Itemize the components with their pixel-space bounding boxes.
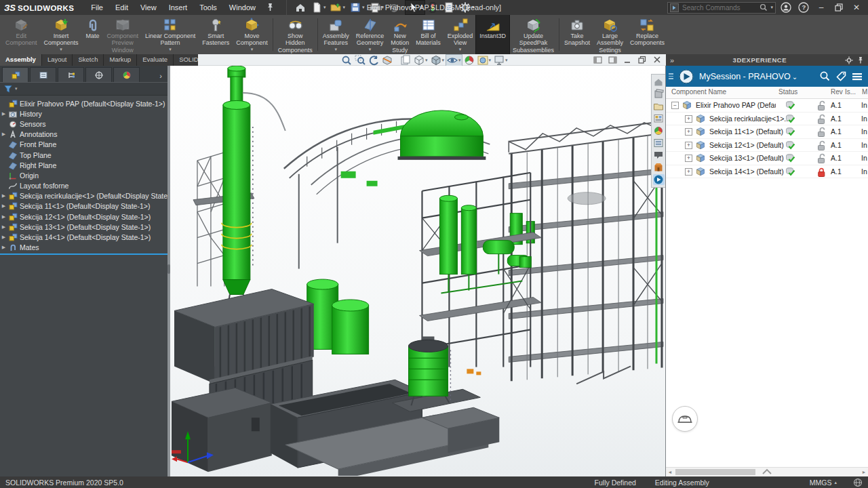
linear-component-pattern-caret-icon[interactable]: ▾ bbox=[169, 47, 172, 52]
expand-plus-icon[interactable]: + bbox=[685, 168, 692, 176]
model-silo-tanks[interactable] bbox=[307, 279, 369, 354]
login-icon[interactable] bbox=[778, 1, 793, 14]
expand-arrow-icon[interactable]: ▶ bbox=[0, 131, 7, 137]
expand-arrow-icon[interactable]: ▶ bbox=[0, 193, 7, 199]
bill-of-materials-button[interactable]: Bill ofMaterials bbox=[412, 15, 444, 54]
model-scrubber-tower[interactable] bbox=[193, 66, 285, 314]
doc-minimize-icon[interactable] bbox=[623, 56, 632, 64]
menu-window[interactable]: Window bbox=[223, 1, 262, 14]
open-caret-icon[interactable]: ▾ bbox=[342, 5, 345, 10]
doc-restore-icon[interactable] bbox=[638, 56, 647, 64]
tab-sketch[interactable]: Sketch bbox=[73, 54, 104, 66]
tab-assembly[interactable]: Assembly bbox=[0, 54, 42, 66]
expand-plus-icon[interactable]: + bbox=[685, 155, 692, 162]
view-orientation-caret-icon[interactable]: ▾ bbox=[425, 58, 428, 63]
component-row[interactable]: +Sekcija 14<1> (Default)A.1In bbox=[666, 165, 868, 179]
displaymanager-tab[interactable] bbox=[113, 67, 140, 82]
session-label[interactable]: MySession - PRAHOVO⌄ bbox=[699, 72, 797, 81]
new-document-caret-icon[interactable]: ▾ bbox=[323, 5, 326, 10]
search-scope-icon[interactable] bbox=[670, 3, 679, 12]
tree-item[interactable]: Top Plane bbox=[0, 150, 167, 160]
section-view-icon[interactable] bbox=[381, 55, 393, 66]
display-style-icon[interactable]: ▾ bbox=[430, 55, 446, 66]
expand-arrow-icon[interactable]: ▶ bbox=[0, 111, 7, 117]
previous-view-icon[interactable] bbox=[368, 55, 380, 66]
model-pedestal-box[interactable] bbox=[172, 388, 272, 472]
expand-arrow-icon[interactable]: ▶ bbox=[0, 224, 7, 230]
hide-show-items-caret-icon[interactable]: ▾ bbox=[458, 58, 461, 63]
open-button[interactable]: ▾ bbox=[328, 1, 347, 14]
tree-root-item[interactable]: Elixir Prahovo PAP (Default<Display Stat… bbox=[0, 98, 167, 108]
search-commands-box[interactable]: ▾ bbox=[667, 2, 776, 14]
panel-collapse-icon[interactable]: » bbox=[670, 56, 675, 64]
assembly-model-view[interactable] bbox=[170, 66, 665, 476]
panel-pin-icon[interactable] bbox=[857, 56, 864, 64]
pin-menu-icon[interactable] bbox=[262, 3, 278, 12]
tree-item[interactable]: ▶Sekcija 12<1> (Default<Display State-1>… bbox=[0, 211, 167, 222]
menu-file[interactable]: File bbox=[85, 1, 109, 14]
tree-item[interactable]: Right Plane bbox=[0, 160, 167, 170]
featuremanager-tab[interactable] bbox=[2, 67, 28, 82]
pane-left-icon[interactable] bbox=[593, 56, 602, 64]
expand-plus-icon[interactable]: + bbox=[685, 128, 692, 136]
hide-show-items-icon[interactable]: ▾ bbox=[446, 55, 462, 66]
propertymanager-tab[interactable] bbox=[30, 67, 56, 82]
units-label[interactable]: MMGS bbox=[810, 479, 832, 487]
component-row[interactable]: +Sekcija 13<1> (Default)A.1In bbox=[666, 152, 868, 165]
scroll-left-icon[interactable]: ◄ bbox=[666, 470, 674, 474]
doc-close-icon[interactable] bbox=[653, 56, 662, 64]
tab-markup[interactable]: Markup bbox=[104, 54, 137, 66]
tree-item[interactable]: ▶Annotations bbox=[0, 129, 167, 140]
expand-plus-icon[interactable]: + bbox=[685, 115, 692, 123]
replace-components-button[interactable]: ReplaceComponents bbox=[627, 15, 668, 54]
appearances-scenes-icon[interactable] bbox=[653, 125, 665, 136]
expand-up-icon[interactable] bbox=[762, 468, 772, 475]
panel-search-icon[interactable] bbox=[819, 70, 831, 82]
tree-item[interactable]: ▶Mates bbox=[0, 243, 167, 253]
rollback-bar[interactable] bbox=[0, 253, 167, 255]
assembly-features-button[interactable]: AssemblyFeatures▾ bbox=[319, 15, 353, 54]
solidworks-forum-icon[interactable] bbox=[653, 150, 665, 161]
panel-grip[interactable] bbox=[669, 73, 673, 79]
tree-item[interactable]: ▶History bbox=[0, 108, 167, 119]
restore-icon[interactable] bbox=[831, 1, 846, 14]
lock-open-icon[interactable] bbox=[816, 140, 827, 150]
component-row[interactable]: +Sekcija recirkulacije<1>...A.1In bbox=[666, 113, 868, 126]
move-component-caret-icon[interactable]: ▾ bbox=[251, 47, 254, 52]
large-assembly-settings-button[interactable]: LargeAssemblySettings bbox=[593, 15, 627, 54]
view-settings-caret-icon[interactable]: ▾ bbox=[505, 58, 508, 63]
apply-scene-caret-icon[interactable]: ▾ bbox=[489, 58, 492, 63]
model-small-green-tank[interactable] bbox=[393, 336, 481, 411]
home-button[interactable] bbox=[292, 1, 309, 14]
scroll-thumb[interactable] bbox=[675, 469, 755, 475]
model-dome-tank[interactable] bbox=[398, 110, 486, 160]
graphics-viewport[interactable] bbox=[170, 66, 665, 476]
column-status[interactable]: Status bbox=[778, 88, 797, 96]
custom-properties-icon[interactable] bbox=[653, 138, 665, 148]
expand-arrow-icon[interactable]: ▶ bbox=[0, 235, 7, 240]
units-caret-icon[interactable]: ▴ bbox=[834, 480, 837, 485]
tree-item[interactable]: Sensors bbox=[0, 119, 167, 129]
tab-evaluate[interactable]: Evaluate bbox=[137, 54, 174, 66]
help-icon[interactable]: ? bbox=[796, 1, 811, 14]
search-magnifier-icon[interactable] bbox=[760, 3, 768, 12]
menu-insert[interactable]: Insert bbox=[163, 1, 194, 14]
file-explorer-icon[interactable] bbox=[653, 101, 665, 112]
lock-closed-icon[interactable] bbox=[816, 167, 827, 177]
search-caret-icon[interactable]: ▾ bbox=[770, 5, 773, 10]
menu-view[interactable]: View bbox=[134, 1, 163, 14]
column-m[interactable]: M bbox=[862, 88, 867, 96]
configurationmanager-tab[interactable] bbox=[58, 67, 84, 82]
exploded-view-button[interactable]: ExplodedView▾ bbox=[444, 15, 477, 54]
tree-item[interactable]: Front Plane bbox=[0, 140, 167, 150]
reference-geometry-button[interactable]: ReferenceGeometry▾ bbox=[353, 15, 388, 54]
expand-arrow-icon[interactable]: ▶ bbox=[0, 245, 7, 250]
assembly-features-caret-icon[interactable]: ▾ bbox=[335, 47, 338, 52]
filter-funnel-icon[interactable] bbox=[3, 84, 13, 94]
view-orientation-icon[interactable]: ▾ bbox=[413, 55, 429, 66]
insert-components-caret-icon[interactable]: ▾ bbox=[60, 47, 62, 52]
save-button[interactable]: ▾ bbox=[347, 1, 367, 14]
solidworks-resources-icon[interactable] bbox=[653, 77, 665, 87]
view-settings-icon[interactable]: ▾ bbox=[493, 55, 509, 66]
search-input[interactable] bbox=[681, 3, 757, 12]
